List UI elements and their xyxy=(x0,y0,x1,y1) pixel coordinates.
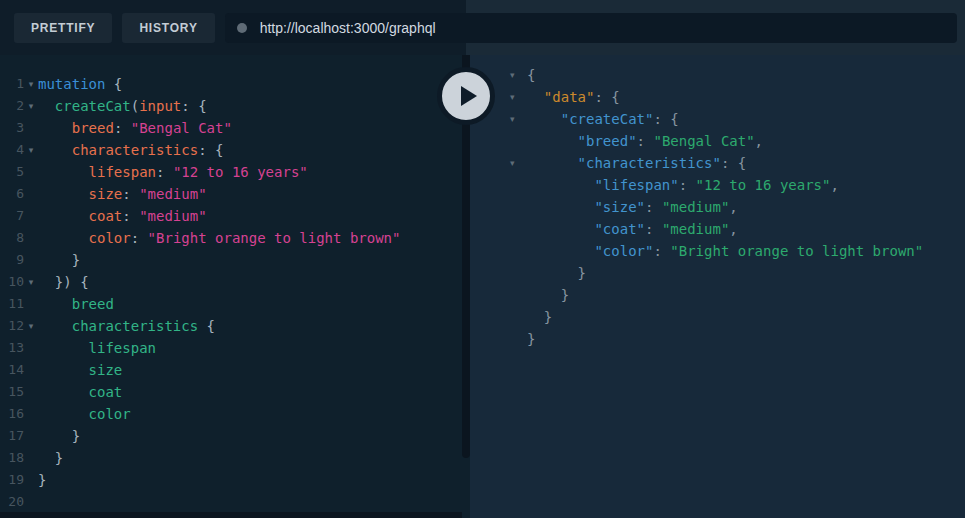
response-line[interactable]: "breed": "Bengal Cat", xyxy=(470,130,965,152)
code-text: "createCat": { xyxy=(527,108,679,130)
query-editor-pane[interactable]: 1▾mutation {2▾ createCat(input: {3 breed… xyxy=(0,55,470,518)
code-text: mutation { xyxy=(38,73,122,95)
code-text: "color": "Bright orange to light brown" xyxy=(527,240,923,262)
code-text: } xyxy=(38,249,80,271)
query-editor-line[interactable]: 10▾ }) { xyxy=(0,271,470,293)
code-text: color xyxy=(38,403,131,425)
history-button[interactable]: HISTORY xyxy=(122,13,214,43)
response-line[interactable]: } xyxy=(470,328,965,350)
fold-arrow-icon[interactable]: ▾ xyxy=(510,152,527,174)
topbar: PRETTIFY HISTORY http://localhost:3000/g… xyxy=(0,0,965,55)
fold-gutter xyxy=(510,240,527,262)
fold-gutter xyxy=(24,403,38,425)
horizontal-scrollbar[interactable] xyxy=(0,512,462,518)
response-line[interactable]: ▾ "data": { xyxy=(470,86,965,108)
code-text: breed xyxy=(38,293,114,315)
code-text: lifespan xyxy=(38,337,156,359)
line-number: 3 xyxy=(0,117,24,139)
fold-gutter xyxy=(510,130,527,152)
fold-gutter xyxy=(510,328,527,350)
query-editor-line[interactable]: 19} xyxy=(0,469,470,491)
line-number: 17 xyxy=(0,425,24,447)
prettify-button[interactable]: PRETTIFY xyxy=(14,13,112,43)
code-text: } xyxy=(38,469,46,491)
line-number: 20 xyxy=(0,491,24,513)
response-line[interactable]: ▾{ xyxy=(470,64,965,86)
fold-gutter xyxy=(510,262,527,284)
response-line[interactable]: "size": "medium", xyxy=(470,196,965,218)
execute-query-button[interactable] xyxy=(437,67,495,125)
query-editor-line[interactable]: 15 coat xyxy=(0,381,470,403)
fold-gutter xyxy=(24,447,38,469)
fold-arrow-icon[interactable]: ▾ xyxy=(510,64,527,86)
fold-arrow-icon[interactable]: ▾ xyxy=(24,271,38,293)
code-text: } xyxy=(38,447,63,469)
query-editor-line[interactable]: 18 } xyxy=(0,447,470,469)
fold-arrow-icon[interactable]: ▾ xyxy=(24,139,38,161)
fold-arrow-icon[interactable]: ▾ xyxy=(510,108,527,130)
query-editor-line[interactable]: 2▾ createCat(input: { xyxy=(0,95,470,117)
query-editor-line[interactable]: 13 lifespan xyxy=(0,337,470,359)
fold-gutter xyxy=(510,306,527,328)
line-number: 2 xyxy=(0,95,24,117)
response-line[interactable]: } xyxy=(470,262,965,284)
query-editor-line[interactable]: 5 lifespan: "12 to 16 years" xyxy=(0,161,470,183)
code-text: "characteristics": { xyxy=(527,152,746,174)
query-editor-line[interactable]: 3 breed: "Bengal Cat" xyxy=(0,117,470,139)
response-lines: ▾{▾ "data": {▾ "createCat": { "breed": "… xyxy=(470,64,965,350)
code-text: } xyxy=(527,306,552,328)
fold-gutter xyxy=(24,337,38,359)
query-editor-line[interactable]: 4▾ characteristics: { xyxy=(0,139,470,161)
query-editor-line[interactable]: 20 xyxy=(0,491,470,513)
fold-gutter xyxy=(24,293,38,315)
code-text: lifespan: "12 to 16 years" xyxy=(38,161,308,183)
query-editor-line[interactable]: 6 size: "medium" xyxy=(0,183,470,205)
fold-arrow-icon[interactable]: ▾ xyxy=(24,315,38,337)
query-editor-line[interactable]: 1▾mutation { xyxy=(0,73,470,95)
query-editor-line[interactable]: 9 } xyxy=(0,249,470,271)
code-text: "lifespan": "12 to 16 years", xyxy=(527,174,839,196)
response-line[interactable]: } xyxy=(470,284,965,306)
query-editor-line[interactable]: 11 breed xyxy=(0,293,470,315)
response-line[interactable]: "color": "Bright orange to light brown" xyxy=(470,240,965,262)
code-text: color: "Bright orange to light brown" xyxy=(38,227,400,249)
query-editor-line[interactable]: 12▾ characteristics { xyxy=(0,315,470,337)
line-number: 6 xyxy=(0,183,24,205)
fold-gutter xyxy=(510,196,527,218)
query-editor-line[interactable]: 7 coat: "medium" xyxy=(0,205,470,227)
query-editor-line[interactable]: 14 size xyxy=(0,359,470,381)
query-editor-line[interactable]: 16 color xyxy=(0,403,470,425)
fold-gutter xyxy=(510,174,527,196)
code-text: coat: "medium" xyxy=(38,205,207,227)
endpoint-url-bar[interactable]: http://localhost:3000/graphql xyxy=(225,13,957,43)
code-text: size: "medium" xyxy=(38,183,207,205)
line-number: 5 xyxy=(0,161,24,183)
topbar-content: PRETTIFY HISTORY http://localhost:3000/g… xyxy=(0,0,965,55)
graphql-playground-window: PRETTIFY HISTORY http://localhost:3000/g… xyxy=(0,0,965,518)
line-number: 18 xyxy=(0,447,24,469)
query-editor-line[interactable]: 8 color: "Bright orange to light brown" xyxy=(0,227,470,249)
endpoint-status-dot-icon xyxy=(237,23,247,33)
response-line[interactable]: } xyxy=(470,306,965,328)
response-line[interactable]: "coat": "medium", xyxy=(470,218,965,240)
play-icon xyxy=(461,86,477,106)
fold-arrow-icon[interactable]: ▾ xyxy=(510,86,527,108)
fold-gutter xyxy=(24,205,38,227)
response-line[interactable]: ▾ "characteristics": { xyxy=(470,152,965,174)
line-number: 8 xyxy=(0,227,24,249)
fold-arrow-icon[interactable]: ▾ xyxy=(24,95,38,117)
fold-gutter xyxy=(24,249,38,271)
code-text: { xyxy=(527,64,535,86)
fold-gutter xyxy=(24,381,38,403)
query-editor-line[interactable]: 17 } xyxy=(0,425,470,447)
code-text: characteristics: { xyxy=(38,139,223,161)
line-number: 11 xyxy=(0,293,24,315)
code-text: }) { xyxy=(38,271,89,293)
code-text: } xyxy=(527,328,535,350)
endpoint-url: http://localhost:3000/graphql xyxy=(260,20,436,36)
fold-arrow-icon[interactable]: ▾ xyxy=(24,73,38,95)
code-text: "coat": "medium", xyxy=(527,218,738,240)
code-text: } xyxy=(38,425,80,447)
response-line[interactable]: "lifespan": "12 to 16 years", xyxy=(470,174,965,196)
response-line[interactable]: ▾ "createCat": { xyxy=(470,108,965,130)
